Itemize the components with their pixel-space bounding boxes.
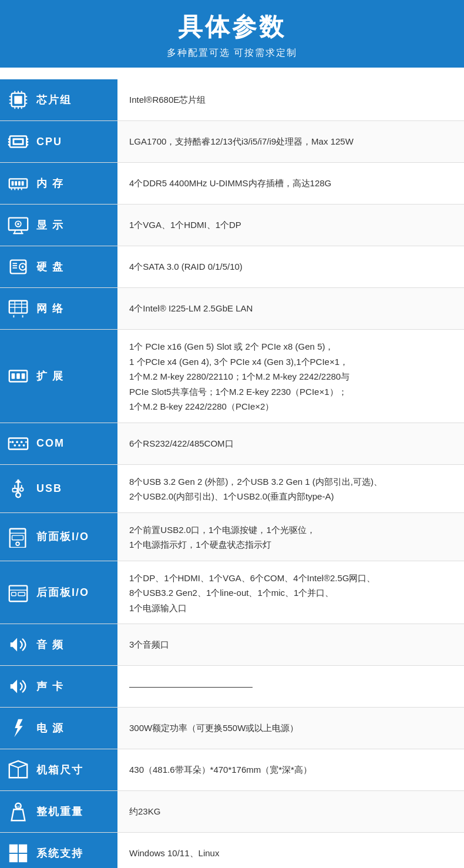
svg-rect-25 [15,181,17,186]
svg-rect-54 [22,373,25,379]
label-cell-network: 网 络 [0,288,117,330]
label-text-audio: 音 频 [36,638,64,652]
label-text-storage: 硬 盘 [36,260,64,274]
label-cell-soundcard: 声 卡 [0,666,117,708]
svg-rect-44 [9,301,27,313]
svg-point-61 [14,444,16,446]
svg-point-62 [18,444,21,446]
header: 具体参数 多种配置可选 可按需求定制 [0,0,464,68]
svg-point-57 [16,441,18,443]
spec-table: 芯片组Intel®R680E芯片组 CPULGA1700，支持酷睿12/13代i… [0,79,464,868]
svg-rect-78 [18,592,25,596]
svg-rect-18 [26,138,28,140]
value-cell-chassis: 430（481.6带耳朵）*470*176mm（宽*深*高） [117,749,464,791]
memory-icon [6,171,31,196]
value-cell-usb: 8个USB 3.2 Gen 2 (外部)，2个USB 3.2 Gen 1 (内部… [117,464,464,512]
label-cell-audio: 音 频 [0,624,117,666]
svg-rect-22 [14,140,22,143]
label-text-chipset: 芯片组 [36,93,72,107]
svg-rect-84 [9,844,18,853]
svg-rect-85 [19,844,27,853]
label-cell-chipset: 芯片组 [0,79,117,121]
weight-icon: KG [6,799,31,824]
svg-point-59 [25,441,27,443]
display-icon [6,213,31,237]
label-text-expansion: 扩 展 [36,369,64,383]
label-text-network: 网 络 [36,301,64,316]
label-text-power: 电 源 [36,721,64,735]
label-cell-memory: 内 存 [0,163,117,205]
svg-rect-17 [8,144,10,146]
row-rear-panel: 后面板I/O1个DP、1个HDMI、1个VGA、6个COM、4个Intel®2.… [0,561,464,624]
value-cell-front-panel: 2个前置USB2.0口，1个电源按键，1个光驱位，1个电源指示灯，1个硬盘状态指… [117,512,464,561]
svg-rect-52 [12,373,15,379]
label-cell-rear-panel: 后面板I/O [0,561,117,624]
page-title: 具体参数 [0,11,464,43]
svg-rect-53 [16,373,20,379]
row-soundcard: 声 卡—————————————— [0,666,464,708]
value-cell-network: 4个Intel® I225-LM 2.5GbE LAN [117,288,464,330]
label-cell-display: 显 示 [0,205,117,246]
rearpanel-icon [6,580,31,605]
row-audio: 音 频3个音频口 [0,624,464,666]
usb-icon [6,476,31,501]
value-cell-audio: 3个音频口 [117,624,464,666]
svg-rect-86 [9,854,18,862]
value-cell-display: 1个VGA、1个HDMI、1个DP [117,205,464,246]
value-cell-storage: 4个SATA 3.0 (RAID 0/1/5/10) [117,246,464,288]
row-chipset: 芯片组Intel®R680E芯片组 [0,79,464,121]
page-wrapper: 具体参数 多种配置可选 可按需求定制 芯片组Intel®R680E芯片组 [0,0,464,868]
row-chassis: 机箱尺寸430（481.6带耳朵）*470*176mm（宽*深*高） [0,749,464,791]
label-cell-chassis: 机箱尺寸 [0,749,117,791]
svg-point-70 [16,493,21,498]
page-subtitle: 多种配置可选 可按需求定制 [0,47,464,59]
label-text-com: COM [36,437,65,450]
row-com: COM6个RS232/422/485COM口 [0,423,464,464]
value-cell-com: 6个RS232/422/485COM口 [117,423,464,464]
label-text-front-panel: 前面板I/O [36,529,89,544]
value-cell-expansion: 1个 PCIe x16 (Gen 5) Slot 或 2个 PCIe x8 (G… [117,330,464,423]
label-cell-power: 电 源 [0,708,117,749]
cpu-icon [6,129,31,154]
expansion-icon [6,364,31,388]
svg-rect-77 [12,592,16,596]
label-cell-com: COM [0,423,117,464]
row-expansion: 扩 展1个 PCIe x16 (Gen 5) Slot 或 2个 PCIe x8… [0,330,464,423]
row-display: 显 示1个VGA、1个HDMI、1个DP [0,205,464,246]
label-text-memory: 内 存 [36,176,64,190]
label-cell-cpu: CPU [0,121,117,163]
label-cell-usb: USB [0,464,117,512]
label-text-soundcard: 声 卡 [36,679,64,693]
label-cell-expansion: 扩 展 [0,330,117,423]
com-icon [6,431,31,456]
svg-point-60 [9,441,11,443]
value-cell-cpu: LGA1700，支持酷睿12/13代i3/i5/i7/i9处理器，Max 125… [117,121,464,163]
svg-rect-27 [22,181,24,186]
value-cell-weight: 约23KG [117,791,464,833]
value-cell-power: 300W额定功率（可更换550W或以上电源） [117,708,464,749]
svg-rect-87 [19,854,27,862]
svg-rect-20 [26,144,28,146]
value-cell-soundcard: —————————————— [117,666,464,708]
storage-icon [6,254,31,279]
chipset-icon [6,88,31,112]
row-power: 电 源300W额定功率（可更换550W或以上电源） [0,708,464,749]
row-weight: KG 整机重量约23KG [0,791,464,833]
label-text-cpu: CPU [36,136,62,148]
label-cell-os: 系统支持 [0,833,117,869]
row-storage: 硬 盘4个SATA 3.0 (RAID 0/1/5/10) [0,246,464,288]
label-text-rear-panel: 后面板I/O [36,585,89,599]
frontpanel-icon [6,524,31,549]
svg-text:KG: KG [16,805,21,809]
value-cell-rear-panel: 1个DP、1个HDMI、1个VGA、6个COM、4个Intel®2.5G网口、8… [117,561,464,624]
svg-point-56 [12,441,14,443]
value-cell-chipset: Intel®R680E芯片组 [117,79,464,121]
soundcard-icon [6,674,31,699]
row-os: 系统支持Windows 10/11、Linux [0,833,464,869]
svg-rect-15 [8,138,10,140]
svg-rect-73 [12,535,23,540]
svg-rect-26 [18,181,21,186]
svg-rect-24 [12,181,14,186]
label-cell-front-panel: 前面板I/O [0,512,117,561]
svg-rect-16 [8,141,10,143]
